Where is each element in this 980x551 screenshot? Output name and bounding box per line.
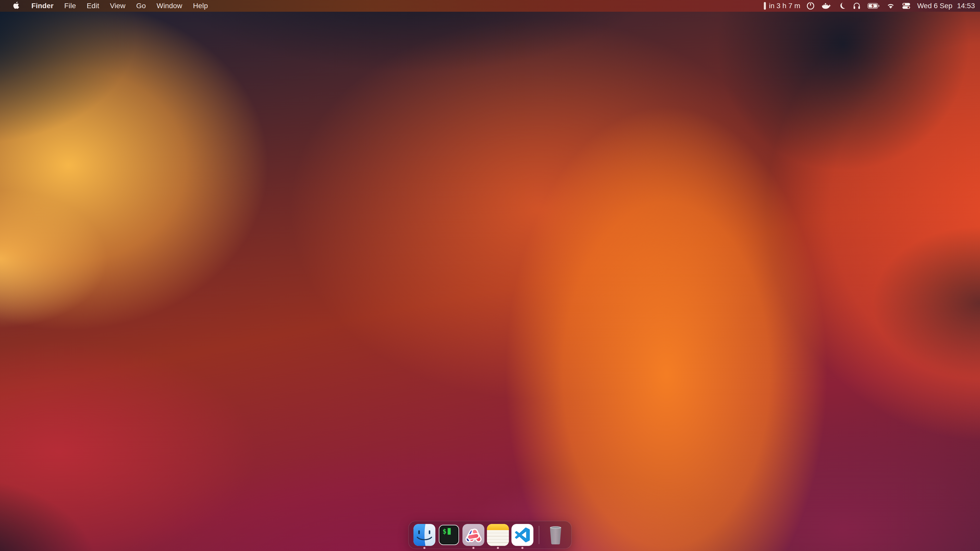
- wifi-icon[interactable]: [883, 0, 898, 12]
- dock-trash[interactable]: [545, 524, 566, 546]
- menu-item-finder[interactable]: Finder: [26, 0, 59, 12]
- dock-separator: [539, 526, 539, 544]
- running-indicator: [497, 547, 499, 549]
- battery-charging-icon[interactable]: [864, 0, 883, 12]
- trash-icon: [545, 524, 566, 546]
- clock-date: Wed 6 Sep: [917, 2, 953, 10]
- dock: $: [408, 521, 572, 549]
- menu-bar-left: Finder File Edit View Go Window Help: [0, 0, 213, 12]
- running-indicator: [423, 547, 425, 549]
- timer-indicator-bar-icon: [764, 2, 766, 10]
- menu-item-help[interactable]: Help: [188, 0, 213, 12]
- terminal-icon: $: [439, 525, 459, 545]
- menu-bar: Finder File Edit View Go Window Help in …: [0, 0, 980, 12]
- apple-menu[interactable]: [9, 0, 24, 12]
- timer-text: in 3 h 7 m: [769, 2, 800, 10]
- control-center-icon[interactable]: [898, 0, 914, 12]
- headphones-icon[interactable]: [850, 0, 864, 12]
- running-indicator: [522, 547, 523, 549]
- dock-app-arc[interactable]: [463, 524, 484, 546]
- dock-app-terminal[interactable]: $: [438, 524, 460, 546]
- terminal-prompt-text: $: [442, 528, 447, 535]
- menu-item-file[interactable]: File: [59, 0, 81, 12]
- terminal-cursor: [448, 528, 451, 535]
- menu-item-go[interactable]: Go: [131, 0, 151, 12]
- arc-browser-icon: [463, 524, 484, 546]
- clock-time: 14:53: [957, 2, 975, 10]
- menu-item-edit[interactable]: Edit: [81, 0, 105, 12]
- focus-moon-icon[interactable]: [835, 0, 850, 12]
- apple-logo-icon: [12, 1, 21, 11]
- timer-status[interactable]: in 3 h 7 m: [761, 0, 803, 12]
- notes-yellow-header: [487, 524, 509, 530]
- notes-ruled-paper: [487, 530, 509, 546]
- vscode-icon: [511, 524, 533, 546]
- dock-app-notes[interactable]: [487, 524, 509, 546]
- dock-app-finder[interactable]: [414, 524, 435, 546]
- 1password-menu-icon[interactable]: [803, 0, 818, 12]
- running-indicator: [473, 547, 474, 549]
- notes-icon: [487, 524, 509, 546]
- docker-menu-icon[interactable]: [818, 0, 835, 12]
- menu-item-view[interactable]: View: [105, 0, 131, 12]
- menu-item-window[interactable]: Window: [151, 0, 188, 12]
- menu-bar-status: in 3 h 7 m: [761, 0, 980, 12]
- menu-bar-clock[interactable]: Wed 6 Sep 14:53: [914, 2, 980, 10]
- finder-icon: [414, 524, 435, 546]
- dock-app-vscode[interactable]: [511, 524, 533, 546]
- desktop-wallpaper[interactable]: [0, 0, 980, 551]
